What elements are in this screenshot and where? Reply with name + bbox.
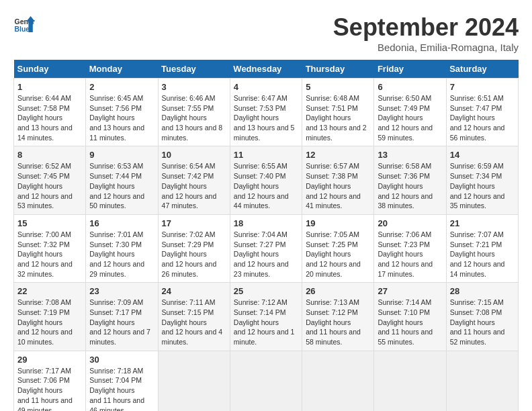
day-number: 4 — [234, 82, 298, 92]
day-number: 5 — [306, 82, 370, 92]
day-info: Sunrise: 7:02 AM Sunset: 7:29 PM Dayligh… — [162, 230, 226, 279]
day-number: 25 — [234, 286, 298, 296]
day-number: 19 — [306, 218, 370, 228]
day-number: 17 — [162, 218, 226, 228]
col-friday: Friday — [374, 60, 446, 79]
calendar-header-row: Sunday Monday Tuesday Wednesday Thursday… — [14, 60, 519, 79]
table-row: 19 Sunrise: 7:05 AM Sunset: 7:25 PM Dayl… — [302, 214, 374, 282]
table-row: 9 Sunrise: 6:53 AM Sunset: 7:44 PM Dayli… — [86, 146, 158, 214]
table-row: 7 Sunrise: 6:51 AM Sunset: 7:47 PM Dayli… — [446, 79, 518, 146]
logo-icon: General Blue — [13, 13, 35, 35]
page-header: General Blue September 2024 Bedonia, Emi… — [13, 13, 519, 53]
table-row: 1 Sunrise: 6:44 AM Sunset: 7:58 PM Dayli… — [14, 79, 86, 146]
day-info: Sunrise: 6:46 AM Sunset: 7:55 PM Dayligh… — [162, 93, 226, 142]
day-number: 22 — [17, 286, 82, 296]
calendar-week-row: 1 Sunrise: 6:44 AM Sunset: 7:58 PM Dayli… — [14, 79, 519, 146]
calendar-week-row: 22 Sunrise: 7:08 AM Sunset: 7:19 PM Dayl… — [14, 283, 519, 351]
day-number: 10 — [162, 150, 226, 160]
table-row: 8 Sunrise: 6:52 AM Sunset: 7:45 PM Dayli… — [14, 146, 86, 214]
table-row: 11 Sunrise: 6:55 AM Sunset: 7:40 PM Dayl… — [230, 146, 302, 214]
day-info: Sunrise: 6:47 AM Sunset: 7:53 PM Dayligh… — [234, 93, 298, 142]
day-number: 16 — [89, 218, 154, 228]
table-row: 15 Sunrise: 7:00 AM Sunset: 7:32 PM Dayl… — [14, 214, 86, 282]
table-row: 26 Sunrise: 7:13 AM Sunset: 7:12 PM Dayl… — [302, 283, 374, 351]
day-number: 6 — [378, 82, 442, 92]
day-info: Sunrise: 7:04 AM Sunset: 7:27 PM Dayligh… — [234, 230, 298, 279]
logo: General Blue — [13, 13, 35, 35]
col-thursday: Thursday — [302, 60, 374, 79]
table-row: 23 Sunrise: 7:09 AM Sunset: 7:17 PM Dayl… — [86, 283, 158, 351]
day-info: Sunrise: 6:53 AM Sunset: 7:44 PM Dayligh… — [89, 161, 154, 210]
table-row: 5 Sunrise: 6:48 AM Sunset: 7:51 PM Dayli… — [302, 79, 374, 146]
day-info: Sunrise: 6:52 AM Sunset: 7:45 PM Dayligh… — [17, 161, 82, 210]
day-info: Sunrise: 6:44 AM Sunset: 7:58 PM Dayligh… — [17, 93, 82, 142]
day-info: Sunrise: 7:00 AM Sunset: 7:32 PM Dayligh… — [17, 230, 82, 279]
day-number: 12 — [306, 150, 370, 160]
calendar-week-row: 8 Sunrise: 6:52 AM Sunset: 7:45 PM Dayli… — [14, 146, 519, 214]
day-info: Sunrise: 6:48 AM Sunset: 7:51 PM Dayligh… — [306, 93, 370, 142]
day-info: Sunrise: 7:12 AM Sunset: 7:14 PM Dayligh… — [234, 298, 298, 347]
day-info: Sunrise: 7:09 AM Sunset: 7:17 PM Dayligh… — [89, 298, 154, 347]
day-info: Sunrise: 6:57 AM Sunset: 7:38 PM Dayligh… — [306, 161, 370, 210]
day-number: 2 — [89, 82, 154, 92]
table-row: 10 Sunrise: 6:54 AM Sunset: 7:42 PM Dayl… — [158, 146, 230, 214]
day-info: Sunrise: 6:59 AM Sunset: 7:34 PM Dayligh… — [450, 161, 515, 210]
day-info: Sunrise: 6:58 AM Sunset: 7:36 PM Dayligh… — [378, 161, 442, 210]
day-info: Sunrise: 7:08 AM Sunset: 7:19 PM Dayligh… — [17, 298, 82, 347]
calendar-week-row: 15 Sunrise: 7:00 AM Sunset: 7:32 PM Dayl… — [14, 214, 519, 282]
table-row: 12 Sunrise: 6:57 AM Sunset: 7:38 PM Dayl… — [302, 146, 374, 214]
table-row: 14 Sunrise: 6:59 AM Sunset: 7:34 PM Dayl… — [446, 146, 518, 214]
table-row — [374, 351, 446, 411]
day-number: 9 — [89, 150, 154, 160]
day-number: 14 — [450, 150, 515, 160]
col-saturday: Saturday — [446, 60, 518, 79]
table-row: 17 Sunrise: 7:02 AM Sunset: 7:29 PM Dayl… — [158, 214, 230, 282]
table-row: 6 Sunrise: 6:50 AM Sunset: 7:49 PM Dayli… — [374, 79, 446, 146]
title-block: September 2024 Bedonia, Emilia-Romagna, … — [333, 13, 519, 53]
day-number: 8 — [17, 150, 82, 160]
table-row: 22 Sunrise: 7:08 AM Sunset: 7:19 PM Dayl… — [14, 283, 86, 351]
table-row — [446, 351, 518, 411]
day-info: Sunrise: 7:01 AM Sunset: 7:30 PM Dayligh… — [89, 230, 154, 279]
day-number: 3 — [162, 82, 226, 92]
day-info: Sunrise: 7:17 AM Sunset: 7:06 PM Dayligh… — [17, 366, 82, 411]
day-info: Sunrise: 7:15 AM Sunset: 7:08 PM Dayligh… — [450, 298, 515, 347]
day-number: 1 — [17, 82, 82, 92]
col-sunday: Sunday — [14, 60, 86, 79]
day-info: Sunrise: 7:14 AM Sunset: 7:10 PM Dayligh… — [378, 298, 442, 347]
table-row: 28 Sunrise: 7:15 AM Sunset: 7:08 PM Dayl… — [446, 283, 518, 351]
table-row: 21 Sunrise: 7:07 AM Sunset: 7:21 PM Dayl… — [446, 214, 518, 282]
day-number: 30 — [89, 355, 154, 365]
table-row — [302, 351, 374, 411]
day-number: 28 — [450, 286, 515, 296]
day-number: 15 — [17, 218, 82, 228]
table-row: 18 Sunrise: 7:04 AM Sunset: 7:27 PM Dayl… — [230, 214, 302, 282]
day-number: 21 — [450, 218, 515, 228]
day-info: Sunrise: 7:05 AM Sunset: 7:25 PM Dayligh… — [306, 230, 370, 279]
day-info: Sunrise: 6:45 AM Sunset: 7:56 PM Dayligh… — [89, 93, 154, 142]
day-info: Sunrise: 6:54 AM Sunset: 7:42 PM Dayligh… — [162, 161, 226, 210]
table-row — [230, 351, 302, 411]
month-title: September 2024 — [333, 13, 519, 42]
day-info: Sunrise: 7:07 AM Sunset: 7:21 PM Dayligh… — [450, 230, 515, 279]
table-row: 20 Sunrise: 7:06 AM Sunset: 7:23 PM Dayl… — [374, 214, 446, 282]
day-info: Sunrise: 6:50 AM Sunset: 7:49 PM Dayligh… — [378, 93, 442, 142]
svg-text:Blue: Blue — [15, 26, 30, 33]
day-number: 23 — [89, 286, 154, 296]
col-wednesday: Wednesday — [230, 60, 302, 79]
day-number: 11 — [234, 150, 298, 160]
day-info: Sunrise: 6:51 AM Sunset: 7:47 PM Dayligh… — [450, 93, 515, 142]
table-row: 13 Sunrise: 6:58 AM Sunset: 7:36 PM Dayl… — [374, 146, 446, 214]
table-row: 24 Sunrise: 7:11 AM Sunset: 7:15 PM Dayl… — [158, 283, 230, 351]
day-number: 24 — [162, 286, 226, 296]
day-number: 20 — [378, 218, 442, 228]
table-row: 2 Sunrise: 6:45 AM Sunset: 7:56 PM Dayli… — [86, 79, 158, 146]
day-info: Sunrise: 6:55 AM Sunset: 7:40 PM Dayligh… — [234, 161, 298, 210]
calendar-week-row: 29 Sunrise: 7:17 AM Sunset: 7:06 PM Dayl… — [14, 351, 519, 411]
table-row: 25 Sunrise: 7:12 AM Sunset: 7:14 PM Dayl… — [230, 283, 302, 351]
table-row: 16 Sunrise: 7:01 AM Sunset: 7:30 PM Dayl… — [86, 214, 158, 282]
day-info: Sunrise: 7:11 AM Sunset: 7:15 PM Dayligh… — [162, 298, 226, 347]
day-info: Sunrise: 7:13 AM Sunset: 7:12 PM Dayligh… — [306, 298, 370, 347]
col-monday: Monday — [86, 60, 158, 79]
col-tuesday: Tuesday — [158, 60, 230, 79]
